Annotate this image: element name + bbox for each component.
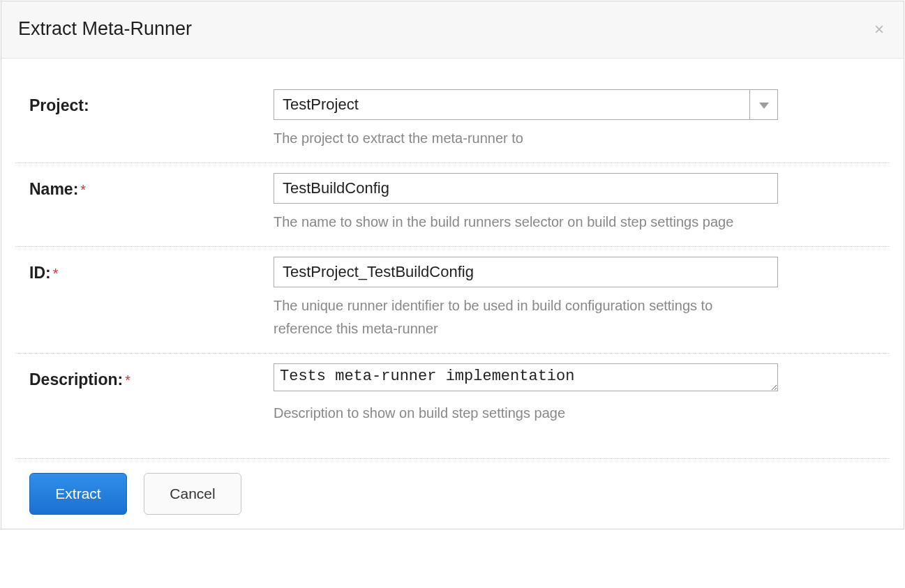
name-row: Name:* The name to show in the build run… xyxy=(15,163,890,247)
id-field-col: The unique runner identifier to be used … xyxy=(274,257,890,340)
dialog-footer: Extract Cancel xyxy=(15,458,890,529)
project-dropdown-button[interactable] xyxy=(750,89,778,120)
name-help: The name to show in the build runners se… xyxy=(274,211,748,234)
description-help: Description to show on build step settin… xyxy=(274,402,748,425)
close-icon[interactable]: × xyxy=(874,21,884,38)
cancel-button[interactable]: Cancel xyxy=(144,473,241,515)
svg-marker-0 xyxy=(759,103,769,109)
name-input[interactable] xyxy=(274,173,778,204)
project-label-col: Project: xyxy=(15,89,274,115)
description-textarea[interactable] xyxy=(274,363,778,391)
project-help: The project to extract the meta-runner t… xyxy=(274,127,748,150)
chevron-down-icon xyxy=(759,97,769,113)
description-label-col: Description:* xyxy=(15,363,274,389)
dialog-body: Project: The project to extract the meta… xyxy=(1,59,904,444)
id-required-mark: * xyxy=(53,266,59,281)
id-label: ID: xyxy=(29,264,51,282)
description-required-mark: * xyxy=(125,372,130,388)
name-label-col: Name:* xyxy=(15,173,274,199)
id-input[interactable] xyxy=(274,257,778,287)
description-row: Description:* Description to show on bui… xyxy=(15,354,890,437)
project-row: Project: The project to extract the meta… xyxy=(15,80,890,163)
id-help: The unique runner identifier to be used … xyxy=(274,294,748,340)
project-select[interactable] xyxy=(274,89,778,120)
project-input[interactable] xyxy=(274,89,750,120)
extract-meta-runner-dialog: Extract Meta-Runner × Project: The proje… xyxy=(1,1,904,529)
name-field-col: The name to show in the build runners se… xyxy=(274,173,890,234)
extract-button[interactable]: Extract xyxy=(29,473,127,515)
project-field-col: The project to extract the meta-runner t… xyxy=(274,89,890,150)
id-label-col: ID:* xyxy=(15,257,274,282)
name-label: Name: xyxy=(29,180,78,198)
dialog-title: Extract Meta-Runner xyxy=(18,18,192,40)
description-field-col: Description to show on build step settin… xyxy=(274,363,890,425)
description-label: Description: xyxy=(29,370,123,389)
id-row: ID:* The unique runner identifier to be … xyxy=(15,247,890,354)
name-required-mark: * xyxy=(80,182,86,197)
dialog-header: Extract Meta-Runner × xyxy=(1,1,904,59)
project-label: Project: xyxy=(29,96,89,114)
